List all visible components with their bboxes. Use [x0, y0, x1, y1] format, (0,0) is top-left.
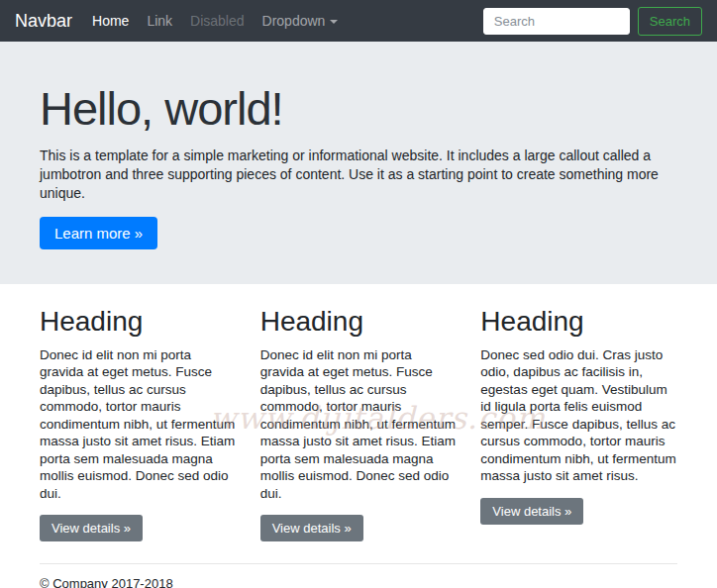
navbar: Navbar Home Link Disabled Dropdown Searc…	[0, 0, 717, 42]
nav-item-disabled: Disabled	[190, 13, 244, 29]
content-column-1: Heading Donec id elit non mi porta gravi…	[40, 307, 237, 541]
column-text: Donec sed odio dui. Cras justo odio, dap…	[480, 346, 677, 485]
column-heading: Heading	[40, 307, 237, 338]
navbar-menu: Home Link Disabled Dropdown	[92, 13, 338, 29]
nav-item-dropdown[interactable]: Dropdown	[262, 13, 339, 29]
copyright-text: © Company 2017-2018	[40, 576, 173, 588]
nav-item-link[interactable]: Link	[147, 13, 172, 29]
search-input[interactable]	[483, 8, 630, 35]
column-text: Donec id elit non mi porta gravida at eg…	[40, 346, 237, 503]
column-heading: Heading	[480, 307, 677, 338]
chevron-down-icon	[330, 20, 338, 24]
learn-more-button[interactable]: Learn more »	[40, 217, 157, 249]
footer: © Company 2017-2018	[40, 563, 677, 588]
column-heading: Heading	[260, 307, 458, 338]
content-column-2: Heading Donec id elit non mi porta gravi…	[260, 307, 458, 541]
search-button[interactable]: Search	[638, 7, 702, 36]
column-text: Donec id elit non mi porta gravida at eg…	[260, 346, 458, 503]
jumbotron-description: This is a template for a simple marketin…	[40, 147, 659, 203]
jumbotron-title: Hello, world!	[40, 85, 677, 132]
navbar-brand[interactable]: Navbar	[15, 11, 72, 32]
content-column-3: Heading Donec sed odio dui. Cras justo o…	[480, 307, 677, 541]
dropdown-label: Dropdown	[262, 13, 326, 29]
jumbotron: Hello, world! This is a template for a s…	[0, 42, 717, 284]
view-details-button-1[interactable]: View details »	[40, 515, 143, 541]
content-row: Heading Donec id elit non mi porta gravi…	[0, 284, 717, 541]
view-details-button-3[interactable]: View details »	[480, 498, 583, 525]
view-details-button-2[interactable]: View details »	[260, 515, 363, 541]
nav-item-home[interactable]: Home	[92, 13, 129, 29]
